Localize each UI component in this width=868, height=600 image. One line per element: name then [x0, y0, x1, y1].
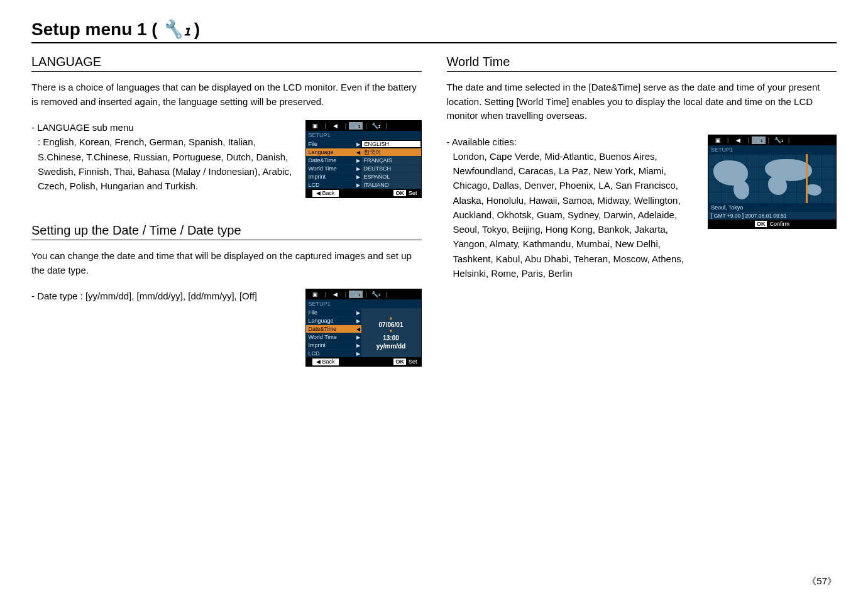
ok-button[interactable]: OK: [393, 358, 406, 365]
menu-row[interactable]: Language▶: [306, 316, 361, 325]
caret-right-icon: ▶: [355, 181, 361, 189]
menu-row[interactable]: World Time▶: [306, 333, 361, 341]
page-title: Setup menu 1 ( 🔧₁ ): [31, 19, 837, 43]
format-value: yy/mm/dd: [376, 343, 406, 350]
down-arrow-icon: ▼: [388, 330, 393, 333]
setup2-tab-icon: 🔧₂: [370, 291, 383, 298]
datetype-sub-body: [yy/mm/dd], [mm/dd/yy], [dd/mm/yy], [Off…: [85, 291, 257, 301]
menu-tabs: ▣ | ◀ | 🔧₁ | 🔧₂ |: [306, 289, 421, 299]
menu-item-value: ITALIANO: [361, 181, 421, 189]
caret-right-icon: ▶: [355, 333, 361, 341]
caret-right-icon: ▶: [355, 165, 361, 172]
menu-row[interactable]: Language◀한국어: [306, 148, 421, 156]
menu-item-value: FRANÇAIS: [361, 157, 421, 164]
left-arrow-icon: ◀: [316, 358, 321, 365]
title-suffix: ): [194, 19, 200, 40]
menu-title: SETUP1: [306, 131, 421, 140]
cities-list: London, Cape Verde, Mid-Atlantic, Buenos…: [447, 149, 696, 281]
menu-row[interactable]: Date&Time◀: [306, 325, 361, 333]
menu-tabs: ▣ | ◀ | 🔧₁ | 🔧₂ |: [306, 121, 421, 131]
setup1-tab-icon: 🔧₁: [752, 136, 766, 144]
back-label: Back: [322, 190, 335, 196]
world-footer: OK Confirm: [708, 219, 836, 228]
menu-item-label: LCD: [306, 350, 355, 357]
menu-item-value: ESPAÑOL: [361, 173, 421, 181]
menu-item-value: 한국어: [361, 148, 421, 156]
menu-language-screenshot: ▣ | ◀ | 🔧₁ | 🔧₂ | SETUP1 File▶ENGLISHLan…: [305, 120, 422, 198]
menu-row[interactable]: File▶: [306, 308, 361, 316]
set-label: Set: [409, 190, 417, 196]
menu-footer: ◀ Back OK Set: [306, 189, 421, 197]
menu-footer: ◀ Back OK Set: [306, 357, 421, 366]
menu-item-label: Language: [306, 148, 355, 156]
menu-datetime-screenshot: ▣ | ◀ | 🔧₁ | 🔧₂ | SETUP1 File▶Language▶D…: [305, 289, 422, 367]
worldtime-body: The date and time selected in the [Date&…: [447, 81, 837, 123]
world-city: Seoul, Tokyo: [708, 203, 836, 212]
video-tab-icon: ◀: [329, 122, 343, 130]
setup2-tab-icon: 🔧₂: [772, 136, 786, 144]
menu-item-label: LCD: [306, 181, 355, 189]
setup2-tab-icon: 🔧₂: [370, 122, 383, 130]
menu-title: SETUP1: [708, 145, 836, 154]
heading-worldtime: World Time: [447, 55, 837, 72]
setup1-tab-icon: 🔧₁: [349, 291, 363, 298]
world-map[interactable]: [708, 154, 836, 203]
page-number: 《57》: [807, 575, 837, 587]
heading-datetime: Setting up the Date / Time / Date type: [31, 223, 422, 240]
menu-item-value: DEUTSCH: [361, 165, 421, 172]
caret-right-icon: ▶: [355, 173, 361, 181]
heading-language: LANGUAGE: [31, 55, 422, 72]
datetype-sub-title: - Date type :: [31, 291, 83, 301]
caret-right-icon: ▶: [355, 317, 361, 325]
video-tab-icon: ◀: [329, 291, 343, 298]
cities-sub: - Available cities: London, Cape Verde, …: [447, 135, 696, 281]
menu-row[interactable]: Date&Time▶FRANÇAIS: [306, 156, 421, 164]
menu-row[interactable]: File▶ENGLISH: [306, 140, 421, 148]
caret-right-icon: ▶: [355, 157, 361, 164]
right-column: World Time The date and time selected in…: [447, 55, 837, 367]
ok-button[interactable]: OK: [755, 221, 767, 227]
menu-worldtime-screenshot: ▣ | ◀ | 🔧₁ | 🔧₂ | SETUP1: [708, 135, 837, 229]
menu-item-label: Date&Time: [306, 325, 355, 333]
setup1-tab-icon: 🔧₁: [349, 122, 363, 130]
language-sub: - LANGUAGE sub menu : English, Korean, F…: [31, 120, 293, 193]
datetime-body: You can change the date and time that wi…: [31, 249, 422, 277]
menu-item-label: World Time: [306, 333, 355, 341]
language-sub-title: - LANGUAGE sub menu: [31, 122, 134, 133]
cities-sub-title: - Available cities:: [447, 136, 517, 147]
menu-item-label: Imprint: [306, 173, 355, 181]
menu-row[interactable]: LCD▶: [306, 349, 361, 357]
menu-row[interactable]: World Time▶DEUTSCH: [306, 164, 421, 172]
menu-tabs: ▣ | ◀ | 🔧₁ | 🔧₂ |: [708, 135, 836, 145]
title-prefix: Setup menu 1 (: [31, 19, 158, 40]
menu-row[interactable]: Imprint▶: [306, 341, 361, 349]
video-tab-icon: ◀: [731, 136, 745, 144]
setup1-icon: 🔧₁: [162, 19, 190, 40]
caret-right-icon: ▶: [355, 140, 361, 148]
menu-row[interactable]: LCD▶ITALIANO: [306, 181, 421, 189]
menu-item-value: ENGLISH: [361, 140, 421, 148]
menu-item-label: Date&Time: [306, 157, 355, 164]
datetype-sub: - Date type : [yy/mm/dd], [mm/dd/yy], [d…: [31, 289, 293, 303]
menu-row[interactable]: Imprint▶ESPAÑOL: [306, 172, 421, 181]
menu-title: SETUP1: [306, 299, 421, 308]
ok-button[interactable]: OK: [393, 190, 406, 196]
left-column: LANGUAGE There is a choice of languages …: [31, 55, 422, 367]
left-arrow-icon: ◀: [316, 190, 321, 196]
set-label: Set: [409, 358, 417, 365]
language-sub-body: : English, Korean, French, German, Spani…: [31, 135, 293, 193]
caret-right-icon: ◀: [355, 148, 361, 156]
menu-item-label: Imprint: [306, 342, 355, 349]
camera-tab-icon: ▣: [711, 136, 725, 144]
menu-item-label: Language: [306, 317, 355, 325]
camera-tab-icon: ▣: [309, 291, 322, 298]
caret-right-icon: ▶: [355, 350, 361, 357]
caret-right-icon: ◀: [355, 325, 361, 333]
caret-right-icon: ▶: [355, 342, 361, 349]
back-button[interactable]: ◀ Back: [312, 190, 339, 197]
caret-right-icon: ▶: [355, 309, 361, 316]
back-label: Back: [322, 358, 335, 365]
back-button[interactable]: ◀ Back: [312, 358, 339, 365]
datetime-value-pane: ▲ 07/06/01 ▼ 13:00 yy/mm/dd: [361, 308, 421, 357]
time-value: 13:00: [383, 335, 399, 342]
